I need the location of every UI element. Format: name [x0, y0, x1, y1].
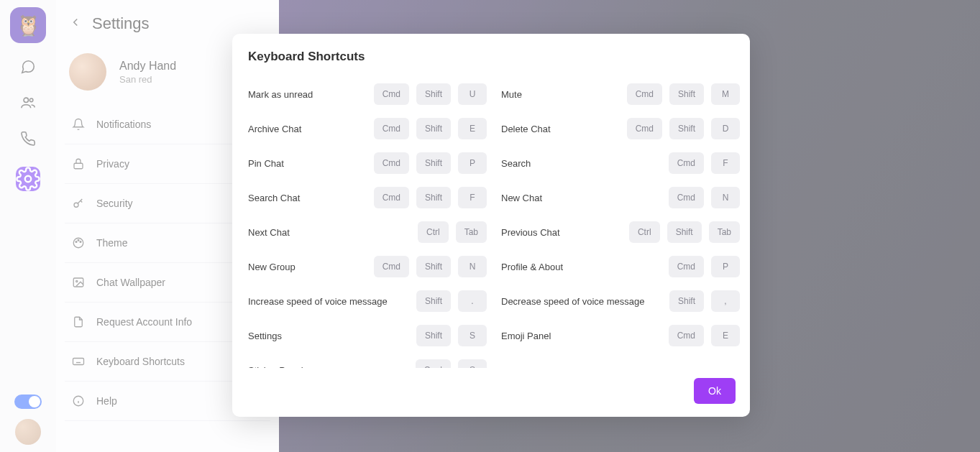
- shortcut-label: New Chat: [501, 193, 542, 203]
- menu-item-label: Security: [96, 198, 133, 209]
- shortcut-keys: CmdShiftN: [374, 256, 487, 277]
- key-badge: Cmd: [374, 187, 409, 208]
- shortcut-keys: CmdShiftD: [627, 118, 740, 139]
- key-badge: S: [458, 325, 487, 346]
- shortcut-keys: CmdShiftF: [374, 187, 487, 208]
- theme-toggle[interactable]: [14, 395, 42, 409]
- menu-item-label: Chat Wallpaper: [96, 277, 165, 288]
- modal-title: Keyboard Shortcuts: [232, 34, 750, 71]
- shortcut-keys: CmdF: [669, 152, 740, 174]
- shortcut-label: Decrease speed of voice message: [501, 296, 644, 307]
- doc-icon: [72, 315, 85, 328]
- svg-point-4: [74, 203, 78, 207]
- shortcut-row: Profile & AboutCmdP: [501, 249, 740, 284]
- shortcut-label: Search: [501, 158, 531, 169]
- paint-icon: [72, 236, 85, 249]
- shortcut-row: Sticker PanelCmdS: [248, 353, 487, 368]
- shortcut-row: SearchCmdF: [501, 146, 740, 180]
- shortcut-row: Search ChatCmdShiftF: [248, 180, 487, 215]
- key-badge: Shift: [669, 290, 704, 312]
- calls-icon[interactable]: [20, 131, 36, 147]
- svg-point-8: [80, 241, 81, 243]
- key-badge: U: [458, 83, 487, 105]
- shortcut-row: New ChatCmdN: [501, 180, 740, 215]
- shortcut-label: Delete Chat: [501, 124, 551, 134]
- key-badge: S: [458, 359, 487, 368]
- shortcut-row: Pin ChatCmdShiftP: [248, 146, 487, 180]
- key-badge: Shift: [416, 325, 451, 346]
- bell-icon: [72, 118, 85, 131]
- svg-point-6: [75, 241, 77, 243]
- shortcut-keys: CmdS: [416, 359, 487, 368]
- svg-point-7: [78, 239, 79, 241]
- shortcut-keys: CmdShiftU: [374, 83, 487, 105]
- contacts-icon[interactable]: [20, 95, 36, 111]
- modal-body[interactable]: Mark as unreadCmdShiftUMuteCmdShiftMArch…: [232, 71, 750, 368]
- svg-point-1: [29, 98, 33, 102]
- svg-rect-3: [74, 163, 83, 169]
- key-badge: Cmd: [669, 256, 704, 277]
- key-badge: Cmd: [669, 152, 704, 174]
- chats-icon[interactable]: [20, 59, 36, 75]
- menu-item-label: Request Account Info: [96, 316, 192, 328]
- shortcut-keys: CmdShiftM: [627, 83, 740, 105]
- key-badge: Cmd: [374, 152, 409, 174]
- shortcut-row: MuteCmdShiftM: [501, 77, 740, 111]
- shortcut-label: Pin Chat: [248, 158, 284, 169]
- key-badge: Shift: [416, 187, 451, 208]
- key-badge: Cmd: [416, 359, 451, 368]
- shortcut-row: Delete ChatCmdShiftD: [501, 111, 740, 146]
- key-badge: Shift: [416, 152, 451, 174]
- shortcut-keys: CmdP: [669, 256, 740, 277]
- svg-point-10: [76, 280, 78, 282]
- key-badge: Cmd: [669, 187, 704, 208]
- key-badge: Ctrl: [629, 221, 660, 243]
- shortcut-label: Next Chat: [248, 227, 290, 238]
- key-badge: .: [458, 290, 487, 312]
- menu-item-label: Privacy: [96, 158, 129, 170]
- shortcut-label: Mark as unread: [248, 89, 313, 100]
- ok-button[interactable]: Ok: [694, 378, 736, 404]
- key-badge: P: [711, 256, 740, 277]
- shortcut-row: Next ChatCtrlTab: [248, 215, 487, 249]
- menu-item-label: Notifications: [96, 119, 151, 130]
- key-badge: Shift: [669, 118, 704, 139]
- shortcut-row: SettingsShiftS: [248, 318, 487, 353]
- shortcut-keys: Shift.: [416, 290, 487, 312]
- shortcut-label: Increase speed of voice message: [248, 296, 388, 307]
- svg-rect-11: [73, 359, 84, 365]
- menu-item-label: Keyboard Shortcuts: [96, 356, 185, 367]
- user-avatar-small[interactable]: [15, 419, 41, 445]
- svg-point-0: [24, 98, 28, 102]
- key-badge: Cmd: [627, 118, 662, 139]
- image-icon: [72, 276, 85, 289]
- key-badge: Cmd: [374, 118, 409, 139]
- key-badge: F: [458, 187, 487, 208]
- shortcut-keys: CmdN: [669, 187, 740, 208]
- settings-icon[interactable]: [16, 167, 40, 191]
- shortcut-keys: CmdShiftP: [374, 152, 487, 174]
- key-badge: Cmd: [374, 256, 409, 277]
- key-badge: P: [458, 152, 487, 174]
- keyboard-shortcuts-modal: Keyboard Shortcuts Mark as unreadCmdShif…: [232, 34, 750, 417]
- nav-rail: 🦉: [0, 0, 56, 452]
- profile-status: San red: [119, 74, 176, 85]
- svg-point-2: [25, 176, 32, 183]
- back-icon[interactable]: [69, 16, 82, 32]
- shortcut-label: Emoji Panel: [501, 331, 551, 341]
- key-badge: Cmd: [374, 83, 409, 105]
- key-badge: Tab: [709, 221, 740, 243]
- shortcut-label: Profile & About: [501, 262, 563, 272]
- key-badge: E: [711, 325, 740, 346]
- key-badge: Shift: [416, 290, 451, 312]
- shortcut-keys: ShiftS: [416, 325, 487, 346]
- menu-item-label: Theme: [96, 237, 128, 249]
- shortcut-row: New GroupCmdShiftN: [248, 249, 487, 284]
- shortcut-label: Mute: [501, 89, 522, 100]
- shortcut-label: Settings: [248, 331, 282, 341]
- shortcut-keys: CtrlTab: [418, 221, 487, 243]
- shortcut-label: Previous Chat: [501, 227, 560, 238]
- key-badge: Cmd: [669, 325, 704, 346]
- key-badge: Ctrl: [418, 221, 449, 243]
- key-badge: Shift: [416, 118, 451, 139]
